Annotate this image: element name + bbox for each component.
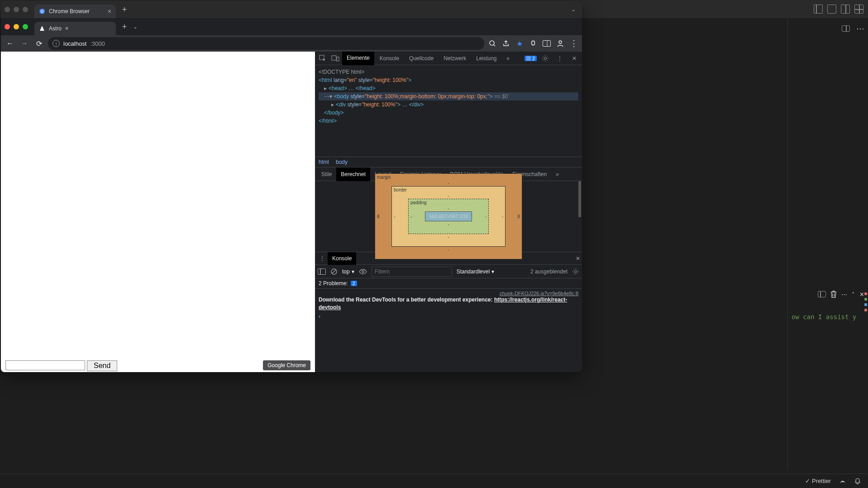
more-tabs-icon[interactable]: » — [502, 53, 514, 64]
kebab-icon[interactable]: ⋮ — [554, 53, 566, 64]
close-icon[interactable]: × — [65, 25, 68, 32]
sidepanel-icon[interactable] — [542, 39, 551, 48]
browser-tab[interactable]: Astro × — [34, 22, 116, 35]
chevron-down-icon: ▾ — [352, 268, 354, 275]
url-port: :3000 — [90, 40, 105, 47]
message-input[interactable] — [5, 360, 85, 370]
inner-chrome: Astro × + ⌄ ← → ⟳ i localhost:3000 ★ — [1, 18, 582, 372]
dom-line[interactable]: </body> — [319, 109, 578, 117]
drawer-tab-console[interactable]: Konsole — [328, 252, 356, 265]
new-tab-button[interactable]: + — [119, 21, 130, 33]
log-level-selector[interactable]: Standardlevel ▾ — [457, 268, 494, 275]
scrollbar[interactable] — [578, 181, 581, 217]
sidebar-toggle-icon[interactable] — [318, 268, 326, 275]
filter-input[interactable] — [372, 267, 452, 277]
trash-icon[interactable] — [830, 291, 837, 298]
outer-tab[interactable]: Chrome Browser × — [34, 5, 116, 18]
dom-line[interactable]: ▸<head> … </head> — [319, 84, 578, 92]
devtools-tab-network[interactable]: Netzwerk — [439, 52, 471, 65]
breadcrumb[interactable]: html body — [315, 157, 582, 167]
styles-tab-computed[interactable]: Berechnet — [336, 167, 370, 181]
gear-icon[interactable] — [572, 268, 579, 275]
layout-grid-icon[interactable] — [854, 5, 863, 14]
clear-console-icon[interactable] — [330, 268, 338, 275]
address-bar[interactable]: i localhost:3000 — [48, 37, 484, 50]
console-source-link[interactable]: chunk-DFKOJ226.js?v=9e6b4e8c:8 — [319, 291, 578, 296]
dom-line-selected[interactable]: ⋯▾<body style="height: 100%;margin-botto… — [319, 92, 578, 100]
send-button[interactable]: Send — [87, 360, 117, 371]
window-controls[interactable] — [5, 7, 28, 12]
close-icon[interactable]: ✕ — [576, 255, 580, 262]
panel-icon[interactable] — [818, 291, 826, 297]
gear-icon[interactable] — [539, 53, 551, 64]
boxmodel-value: - — [408, 193, 489, 199]
dom-tree[interactable]: <!DOCTYPE html> <html lang="en" style="h… — [315, 65, 582, 128]
console-body[interactable]: chunk-DFKOJ226.js?v=9e6b4e8c:8 Download … — [315, 289, 582, 372]
new-tab-button[interactable]: + — [119, 4, 130, 15]
bookmark-star-icon[interactable]: ★ — [515, 39, 524, 48]
menu-icon[interactable]: ⋮ — [569, 39, 578, 48]
dom-line[interactable]: ▸<div style="height: 100%"> … </div> — [319, 100, 578, 109]
chevron-down-icon[interactable]: ⌄ — [130, 24, 140, 30]
forward-button[interactable]: → — [19, 38, 30, 49]
reload-button[interactable]: ⟳ — [33, 38, 44, 49]
devtools-tab-sources[interactable]: Quellcode — [405, 52, 438, 65]
extensions-icon[interactable] — [529, 39, 538, 48]
devtools-tab-elements[interactable]: Elemente — [342, 52, 374, 65]
inspect-icon[interactable] — [317, 53, 329, 64]
svg-point-2 — [41, 10, 43, 12]
split-editor-icon[interactable] — [842, 25, 850, 32]
dom-line[interactable]: </html> — [319, 117, 578, 125]
layout-bottom-icon[interactable] — [827, 5, 836, 14]
devtools-tabbar: Elemente Konsole Quellcode Netzwerk Leis… — [315, 52, 582, 65]
status-broadcast-icon[interactable] — [839, 478, 846, 485]
profile-icon[interactable] — [556, 39, 565, 48]
site-info-icon[interactable]: i — [52, 40, 60, 47]
boxmodel[interactable]: margin - 8 8 border - - - padding — [375, 173, 522, 259]
close-icon[interactable]: ✕ — [568, 53, 580, 64]
breadcrumb-item[interactable]: body — [336, 159, 348, 165]
boxmodel-value: - — [394, 214, 395, 219]
hidden-count[interactable]: 2 ausgeblendet — [530, 268, 568, 275]
dom-line[interactable]: <html lang="en" style="height: 100%"> — [319, 76, 578, 84]
share-icon[interactable] — [501, 39, 510, 48]
zoom-icon[interactable] — [488, 39, 497, 48]
device-toggle-icon[interactable] — [329, 53, 341, 64]
back-button[interactable]: ← — [5, 38, 15, 49]
minimap[interactable] — [864, 290, 867, 314]
svg-point-4 — [559, 41, 562, 43]
breadcrumb-item[interactable]: html — [319, 159, 329, 165]
status-prettier[interactable]: ✓ Prettier — [805, 478, 831, 484]
problems-row[interactable]: 2 Probleme: 2 — [315, 278, 582, 289]
more-tabs-icon[interactable]: » — [551, 167, 563, 181]
issues-badge[interactable]: 2 — [525, 56, 537, 61]
more-icon[interactable]: ⋯ — [856, 24, 864, 33]
problems-label: 2 Probleme: — [319, 280, 348, 287]
boxmodel-value: - — [502, 214, 503, 219]
close-icon[interactable]: ✕ — [859, 291, 864, 298]
window-controls[interactable] — [5, 24, 28, 29]
close-icon[interactable]: × — [108, 8, 111, 15]
boxmodel-value: 8 — [517, 214, 520, 219]
live-expression-icon[interactable] — [359, 269, 367, 274]
console-prompt[interactable]: › — [319, 313, 578, 320]
devtools-tab-console[interactable]: Konsole — [375, 52, 404, 65]
check-icon: ✓ — [805, 478, 810, 484]
dom-line[interactable]: <!DOCTYPE html> — [319, 68, 578, 76]
kebab-icon[interactable]: ⋮ — [317, 255, 328, 262]
chevron-down-icon[interactable]: ⌄ — [568, 6, 578, 13]
boxmodel-value: - — [391, 247, 506, 253]
svg-rect-6 — [332, 56, 336, 60]
context-selector[interactable]: top ▾ — [342, 268, 354, 275]
more-icon[interactable]: ⋯ — [841, 291, 847, 298]
boxmodel-value: - — [425, 221, 472, 227]
chevron-up-icon[interactable]: ˄ — [852, 291, 855, 298]
devtools-tab-performance[interactable]: Leistung — [472, 52, 501, 65]
layout-left-icon[interactable] — [814, 5, 823, 14]
browser-toolbar: ← → ⟳ i localhost:3000 ★ ⋮ — [1, 35, 582, 52]
styles-tab-stile[interactable]: Stile — [317, 167, 336, 181]
boxmodel-value: 8 — [377, 214, 380, 219]
layout-right-icon[interactable] — [841, 5, 850, 14]
status-bell-icon[interactable] — [854, 478, 861, 485]
svg-point-11 — [362, 271, 364, 273]
